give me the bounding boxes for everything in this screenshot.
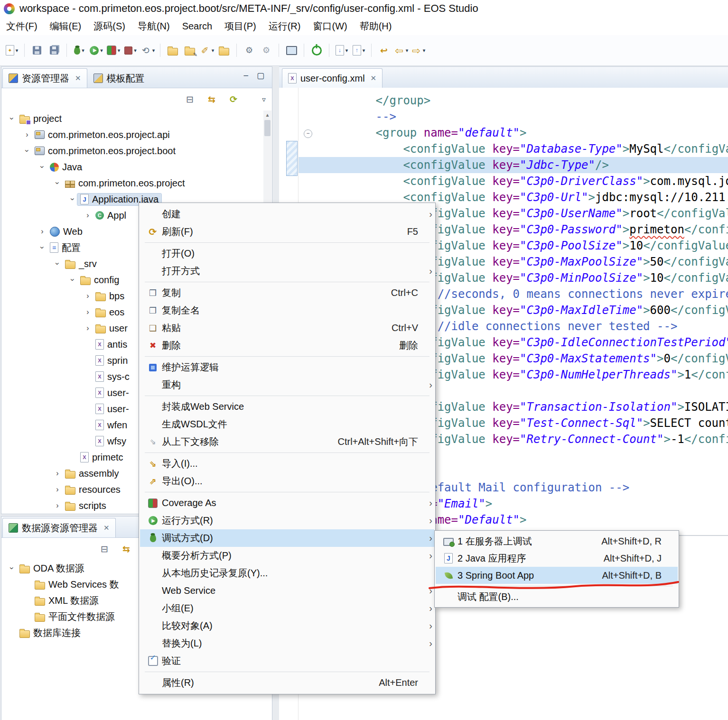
context-menu-import[interactable]: 导入(I)... (140, 455, 434, 472)
expand-arrow-icon[interactable]: › (83, 211, 93, 220)
code-line-2[interactable]: --> (321, 109, 728, 125)
menubar-file[interactable]: 文件(F) (0, 20, 44, 33)
collapse-arrow-icon[interactable]: › (8, 114, 16, 123)
ds-collapse-all-button[interactable] (96, 540, 112, 558)
explorer-item-com-primeton-eos-project[interactable]: ›com.primeton.eos.project (1, 175, 263, 191)
context-menu-team[interactable]: 小组(E)› (140, 600, 434, 617)
debug-as-debug-on-server[interactable]: 1 在服务器上调试Alt+Shift+D, R (436, 533, 678, 550)
context-menu-generate-wsdl[interactable]: 生成WSDL文件 (140, 415, 434, 433)
menubar-navigate[interactable]: 导航(N) (131, 20, 176, 33)
context-menu-open[interactable]: 打开(O) (140, 245, 434, 262)
run-last-button[interactable]: ▾ (140, 41, 156, 59)
menubar-run[interactable]: 运行(R) (262, 20, 307, 33)
menubar-search[interactable]: Search (176, 21, 218, 32)
annot-prev-button[interactable]: ▾ (351, 41, 367, 59)
open-resource-button[interactable] (165, 41, 181, 59)
collapse-arrow-icon[interactable]: › (68, 194, 77, 204)
code-line-4[interactable]: <configValue key="Database-Type">MySql</… (321, 141, 728, 157)
tab-resource-explorer[interactable]: 资源管理器 ✕ (2, 68, 87, 88)
view-menu-button[interactable] (259, 94, 269, 104)
context-menu-copy-qualified-name[interactable]: 复制全名 (140, 302, 434, 319)
explorer-item-com-primeton-eos-project-boot[interactable]: ›com.primeton.eos.project.boot (1, 143, 263, 159)
collapse-all-button[interactable] (182, 90, 198, 108)
context-menu-replace-with[interactable]: 替换为(L)› (140, 635, 434, 652)
annot-next-button[interactable]: ▾ (334, 41, 350, 59)
menubar-project[interactable]: 项目(P) (218, 20, 262, 33)
debug-as-java-application[interactable]: 2 Java 应用程序Alt+Shift+D, J (436, 550, 678, 567)
context-menu-refactor[interactable]: 重构› (140, 376, 434, 394)
tab-template-config[interactable]: 模板配置 (87, 68, 151, 88)
new-wizard-button[interactable]: ▾ (4, 41, 20, 59)
menubar-source[interactable]: 源码(S) (87, 20, 131, 33)
context-menu-copy[interactable]: 复制Ctrl+C (140, 284, 434, 302)
code-line-5[interactable]: <configValue key="Jdbc-Type"/> (321, 157, 728, 173)
expand-arrow-icon[interactable]: › (83, 324, 93, 332)
back-button[interactable]: ▾ (393, 41, 409, 59)
context-menu-debug-as[interactable]: 调试方式(D)› (140, 529, 434, 547)
menubar-help[interactable]: 帮助(H) (354, 20, 398, 33)
ds-link-with-editor-button[interactable] (118, 540, 134, 558)
scroll-up-icon[interactable]: ▴ (266, 111, 269, 119)
link-with-editor-button[interactable] (204, 90, 220, 108)
close-editor-tab-icon[interactable]: ✕ (371, 74, 377, 83)
terminate-button[interactable] (308, 41, 325, 59)
context-menu-delete[interactable]: 删除删除 (140, 337, 434, 354)
expand-arrow-icon[interactable]: › (53, 485, 62, 494)
build-button[interactable] (241, 41, 257, 59)
context-menu-profile-as[interactable]: 概要分析方式(P)› (140, 547, 434, 564)
close-tab-icon[interactable]: ✕ (75, 74, 81, 83)
expand-arrow-icon[interactable]: › (83, 292, 93, 300)
context-menu-restore-from-local-history[interactable]: 从本地历史记录复原(Y)... (140, 564, 434, 582)
refresh-view-button[interactable] (225, 90, 242, 108)
last-edit-button[interactable] (376, 41, 392, 59)
tab-datasource-explorer[interactable]: 数据源资源管理器 ✕ (2, 518, 116, 537)
save-all-button[interactable] (46, 41, 62, 59)
console-button[interactable] (283, 41, 299, 59)
context-menu-paste[interactable]: 粘贴Ctrl+V (140, 319, 434, 337)
explorer-item-java[interactable]: ›Java (1, 159, 263, 175)
context-menu-compare-with[interactable]: 比较对象(A)› (140, 617, 434, 635)
code-line-1[interactable]: </group> (321, 92, 728, 109)
expand-arrow-icon[interactable]: › (53, 501, 62, 510)
collapse-arrow-icon[interactable]: › (23, 146, 31, 156)
tab-user-config-xml[interactable]: user-config.xml ✕ (282, 68, 383, 88)
context-menu-coverage-as[interactable]: Coverage As› (140, 494, 434, 512)
context-menu-export[interactable]: 导出(O)... (140, 472, 434, 490)
context-menu-validate[interactable]: 验证 (140, 652, 434, 670)
collapse-arrow-icon[interactable]: › (38, 243, 47, 252)
save-button[interactable] (29, 41, 45, 59)
expand-arrow-icon[interactable]: › (22, 130, 32, 139)
collapse-arrow-icon[interactable]: › (53, 259, 62, 268)
run-button[interactable]: ▾ (88, 41, 104, 59)
collapse-arrow-icon[interactable]: › (53, 178, 62, 188)
open-folder-button[interactable] (216, 41, 232, 59)
collapse-arrow-icon[interactable]: › (8, 563, 16, 573)
context-menu-web-service[interactable]: Web Service› (140, 582, 434, 600)
debug-as-debug-configurations[interactable]: 调试 配置(B)... (436, 588, 678, 605)
folder-edit-button[interactable] (182, 41, 198, 59)
context-menu-properties[interactable]: 属性(R)Alt+Enter (140, 674, 434, 692)
collapse-arrow-icon[interactable]: › (68, 275, 77, 285)
context-menu-create[interactable]: 创建› (140, 205, 434, 223)
explorer-item-com-primeton-eos-project-api[interactable]: ›com.primeton.eos.project.api (1, 127, 263, 143)
explorer-item-project[interactable]: ›project (1, 111, 263, 127)
expand-arrow-icon[interactable]: › (37, 227, 47, 236)
menubar-edit[interactable]: 编辑(E) (44, 20, 88, 33)
context-menu-run-as[interactable]: 运行方式(R)› (140, 512, 434, 529)
build-all-button[interactable] (258, 41, 274, 59)
coverage-button[interactable]: ▾ (105, 41, 121, 59)
maximize-panel-button[interactable]: ▢ (257, 71, 264, 81)
context-menu-remove-from-context[interactable]: 从上下文移除Ctrl+Alt+Shift+向下 (140, 433, 434, 451)
debug-as-spring-boot-app[interactable]: 3 Spring Boot AppAlt+Shift+D, B (436, 567, 678, 584)
stop-button[interactable]: ▾ (122, 41, 139, 59)
collapse-arrow-icon[interactable]: › (38, 162, 47, 172)
fold-collapse-icon[interactable]: − (304, 129, 312, 138)
scrollbar-thumb[interactable] (264, 120, 271, 136)
context-menu-maintain-logic[interactable]: 维护运算逻辑 (140, 359, 434, 376)
expand-arrow-icon[interactable]: › (53, 469, 62, 478)
menubar-window[interactable]: 窗口(W) (307, 20, 353, 33)
close-tab-icon[interactable]: ✕ (103, 524, 110, 532)
debug-button[interactable]: ▾ (71, 41, 87, 59)
context-menu-refresh[interactable]: 刷新(F)F5 (140, 223, 434, 240)
search-wand-button[interactable]: ▾ (199, 41, 215, 59)
